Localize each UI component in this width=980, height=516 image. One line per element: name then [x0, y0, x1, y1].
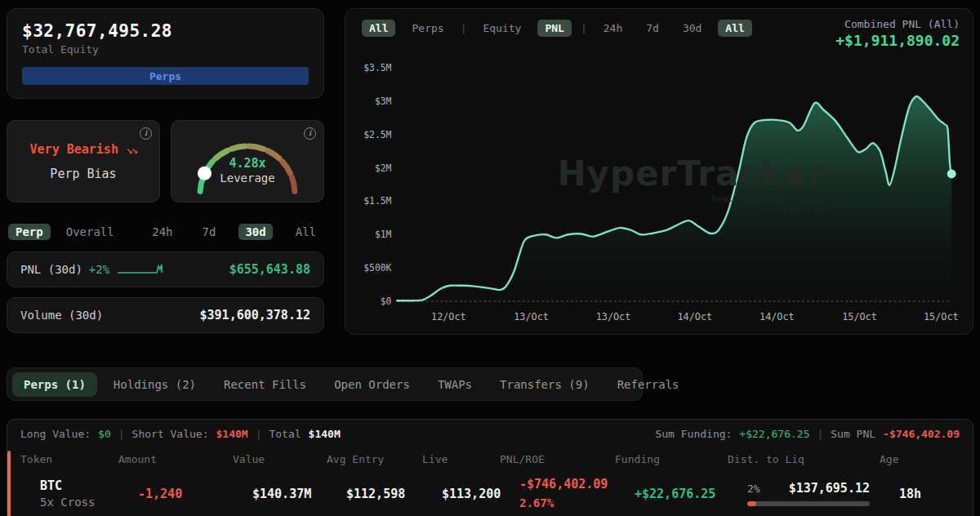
- svg-text:13/Oct: 13/Oct: [596, 311, 631, 322]
- info-icon[interactable]: i: [140, 127, 152, 140]
- col-age: Age: [880, 453, 960, 465]
- tab-recent-fills[interactable]: Recent Fills: [212, 372, 318, 397]
- chart-range-tab-7d[interactable]: 7d: [639, 20, 666, 37]
- svg-text:$2M: $2M: [375, 162, 392, 174]
- pnl-value: -$746,402.09: [519, 477, 608, 492]
- combined-pnl-label: Combined PNL (All): [835, 18, 960, 30]
- total-equity-value: $32,767,495.28: [22, 21, 309, 41]
- positions-table: Token Amount Value Avg Entry Live PNL/RO…: [20, 448, 960, 512]
- pnl-chart[interactable]: HyperTracker Real-Time Hyperliquid Insig…: [357, 55, 961, 329]
- sum-funding-value: +$22,676.25: [739, 428, 809, 440]
- leverage-label: Leverage: [180, 171, 314, 185]
- pnl-area-chart: $0$500K$1M$1.5M$2M$2.5M$3M$3.5M12/Oct13/…: [357, 55, 961, 326]
- pnl-sparkline: [116, 262, 168, 277]
- table-row[interactable]: BTC 5x Cross -1,240 $140.37M $112,598 $1…: [20, 474, 960, 512]
- perp-bias-value-line: Very Bearish ↘↘: [30, 141, 137, 157]
- range-tab-30d[interactable]: 30d: [238, 224, 272, 240]
- perp-bias-label: Perp Bias: [50, 167, 116, 181]
- sum-funding-label: Sum Funding:: [655, 428, 732, 440]
- svg-text:15/Oct: 15/Oct: [842, 311, 877, 322]
- svg-text:$3M: $3M: [375, 96, 392, 107]
- volume-30d-label: Volume (30d): [20, 309, 103, 322]
- total-value-label: Total: [269, 428, 301, 440]
- roe-value: 2.67%: [519, 496, 554, 509]
- perps-button[interactable]: Perps: [22, 67, 309, 85]
- chart-metric-tab-pnl[interactable]: PNL: [537, 20, 571, 37]
- leverage-gauge-text: 4.28x Leverage: [180, 156, 314, 185]
- svg-text:$1M: $1M: [375, 229, 392, 240]
- col-live: Live: [422, 453, 500, 465]
- total-value: $140M: [309, 428, 341, 440]
- token-leverage-mode: 5x Cross: [40, 496, 138, 509]
- col-dist-to-liq: Dist. to Liq: [728, 453, 880, 465]
- divider: |: [461, 22, 467, 34]
- short-value-label: Short Value:: [132, 428, 209, 440]
- tab-transfers[interactable]: Transfers (9): [488, 372, 601, 397]
- svg-text:13/Oct: 13/Oct: [514, 311, 549, 322]
- pnl-roe-cell: -$746,402.09 2.67%: [519, 475, 635, 512]
- bottom-tabbar: Perps (1) Holdings (2) Recent Fills Open…: [7, 367, 643, 401]
- tab-referrals[interactable]: Referrals: [606, 372, 691, 397]
- pnl-30d-label: PNL (30d): [20, 263, 82, 276]
- account-summary-column: $32,767,495.28 Total Equity Perps i Very…: [7, 8, 324, 343]
- tab-holdings[interactable]: Holdings (2): [102, 372, 207, 397]
- volume-30d-value: $391,600,378.12: [200, 308, 310, 322]
- svg-text:14/Oct: 14/Oct: [760, 311, 795, 322]
- dist-percent: 2%: [747, 483, 760, 495]
- svg-text:15/Oct: 15/Oct: [924, 311, 959, 322]
- age-cell: 18h: [899, 487, 960, 501]
- chart-range-tab-30d[interactable]: 30d: [675, 20, 709, 37]
- svg-text:12/Oct: 12/Oct: [431, 311, 466, 322]
- dist-progress-fill: [747, 501, 756, 506]
- divider: |: [118, 428, 125, 440]
- chart-metric-tab-equity[interactable]: Equity: [475, 20, 528, 37]
- divider: |: [256, 428, 262, 440]
- chart-scope-tab-all[interactable]: All: [362, 20, 395, 37]
- col-token: Token: [20, 453, 118, 465]
- avg-entry-cell: $112,598: [346, 487, 442, 501]
- chart-range-tab-all[interactable]: All: [718, 20, 751, 37]
- svg-text:$1.5M: $1.5M: [363, 195, 391, 207]
- pnl-30d-value: $655,643.88: [229, 262, 310, 277]
- col-amount: Amount: [118, 453, 233, 465]
- chart-scope-tab-perps[interactable]: Perps: [404, 20, 451, 37]
- svg-text:$2.5M: $2.5M: [363, 129, 391, 140]
- range-tab-all[interactable]: All: [289, 224, 323, 240]
- divider: |: [817, 428, 823, 440]
- chart-range-tab-24h[interactable]: 24h: [596, 20, 630, 37]
- left-filter-row: Perp Overall 24h 7d 30d All: [7, 224, 324, 240]
- tab-perps[interactable]: Perps (1): [12, 372, 97, 397]
- svg-text:$3.5M: $3.5M: [363, 62, 391, 73]
- col-pnl-roe: PNL/ROE: [500, 453, 615, 465]
- range-tab-24h[interactable]: 24h: [145, 224, 179, 240]
- col-value: Value: [233, 453, 327, 465]
- perp-bias-card: i Very Bearish ↘↘ Perp Bias: [7, 120, 160, 202]
- dashboard: $32,767,495.28 Total Equity Perps i Very…: [0, 0, 980, 516]
- svg-text:$500K: $500K: [363, 262, 391, 274]
- liquidation-risk-bar: [7, 451, 11, 516]
- down-trend-arrows-icon: ↘↘: [127, 143, 137, 156]
- liq-price: $137,695.12: [789, 481, 870, 496]
- pnl-30d-change: +2%: [89, 263, 109, 276]
- pnl-30d-card: PNL (30d) +2% $655,643.88: [7, 251, 324, 287]
- positions-summary: Long Value: $0 | Short Value: $140M | To…: [20, 428, 960, 440]
- leverage-card: i 4.28x Leverage: [171, 120, 324, 202]
- long-value-label: Long Value:: [20, 428, 91, 440]
- dist-progress-bar: [747, 501, 870, 506]
- tab-twaps[interactable]: TWAPs: [426, 372, 483, 397]
- long-value: $0: [98, 428, 111, 440]
- positions-panel: Long Value: $0 | Short Value: $140M | To…: [7, 419, 973, 516]
- scope-tab-perp[interactable]: Perp: [8, 224, 51, 240]
- col-funding: Funding: [615, 453, 728, 465]
- short-value: $140M: [216, 428, 248, 440]
- svg-text:$0: $0: [381, 296, 392, 307]
- total-equity-label: Total Equity: [22, 43, 309, 56]
- volume-30d-card: Volume (30d) $391,600,378.12: [7, 297, 324, 333]
- sum-pnl-value: -$746,402.09: [883, 428, 960, 440]
- token-symbol: BTC: [40, 478, 62, 493]
- total-equity-card: $32,767,495.28 Total Equity Perps: [7, 8, 324, 99]
- tab-open-orders[interactable]: Open Orders: [323, 372, 421, 397]
- range-tab-7d[interactable]: 7d: [196, 224, 223, 240]
- live-price-cell: $113,200: [442, 487, 519, 501]
- scope-tab-overall[interactable]: Overall: [59, 224, 122, 240]
